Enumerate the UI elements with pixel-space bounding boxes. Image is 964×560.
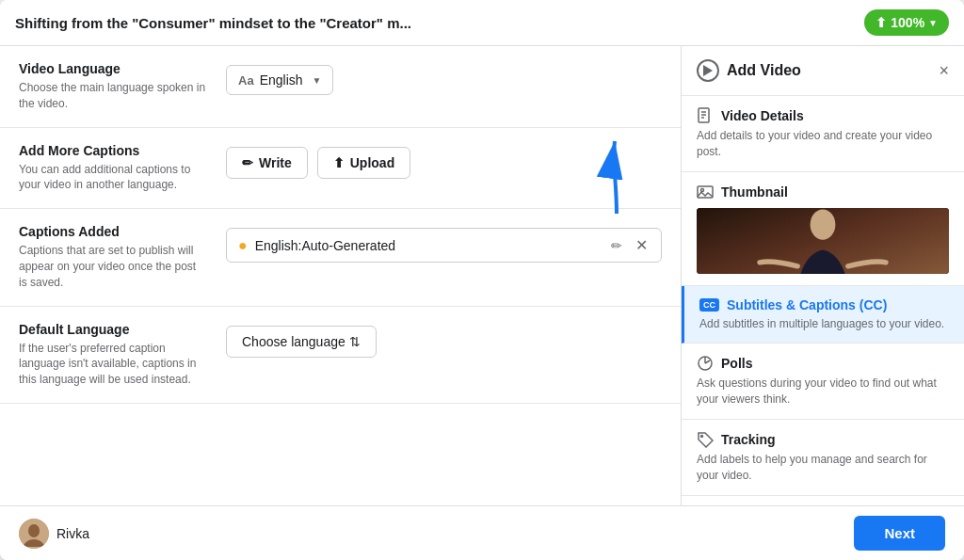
rp-subtitles-header: CC Subtitles & Captions (CC) <box>699 297 949 312</box>
rp-tracking-title: Tracking <box>721 432 776 447</box>
rp-subtitles[interactable]: CC Subtitles & Captions (CC) Add subtitl… <box>682 286 964 344</box>
bottom-bar: Rivka Next <box>0 505 964 560</box>
close-button[interactable]: × <box>939 61 949 81</box>
next-button[interactable]: Next <box>854 516 945 551</box>
svg-point-14 <box>701 435 703 437</box>
rp-tracking-header: Tracking <box>697 431 949 448</box>
rp-subtitles-desc: Add subtitles in multiple languages to y… <box>699 316 949 332</box>
captions-added-title: Captions Added <box>19 224 207 239</box>
add-captions-desc: You can add additional captions to your … <box>19 162 207 194</box>
default-language-section: Default Language If the user's preferred… <box>0 307 681 404</box>
main-content: Video Language Choose the main language … <box>0 46 964 505</box>
svg-marker-1 <box>703 65 713 76</box>
section-label-area: Default Language If the user's preferred… <box>19 322 207 388</box>
upload-icon: ⬆ <box>333 155 345 170</box>
video-language-control: Aa English ▼ <box>226 61 662 95</box>
choose-language-label: Choose language ⇅ <box>242 334 361 349</box>
rp-video-details-header: Video Details <box>697 107 949 124</box>
add-video-title: Add Video <box>727 62 801 79</box>
video-language-desc: Choose the main language spoken in the v… <box>19 80 207 112</box>
main-window: Shifting from the "Consumer" mindset to … <box>0 0 964 560</box>
upload-label: Upload <box>350 155 394 170</box>
avatar <box>19 519 49 549</box>
svg-point-10 <box>811 209 836 239</box>
rp-thumbnail[interactable]: Thumbnail <box>682 172 964 286</box>
write-button[interactable]: ✏ Write <box>226 147 308 179</box>
play-icon <box>697 59 719 82</box>
caption-label: English:Auto-Generated <box>255 238 600 253</box>
edit-icon[interactable]: ✏ <box>607 238 626 253</box>
rp-video-details-desc: Add details to your video and create you… <box>697 128 949 160</box>
right-panel: Add Video × Video Details <box>682 46 964 505</box>
upload-button[interactable]: ⬆ Upload <box>317 147 410 179</box>
right-panel-header: Add Video × <box>682 46 964 96</box>
check-icon: ● <box>238 237 248 254</box>
video-language-title: Video Language <box>19 61 207 76</box>
rp-polls-title: Polls <box>721 356 752 371</box>
write-label: Write <box>259 155 292 170</box>
captions-added-section: Captions Added Captions that are set to … <box>0 209 681 306</box>
language-value: English <box>260 72 303 88</box>
progress-label: 100% <box>891 15 924 30</box>
tag-icon <box>697 431 714 448</box>
add-captions-controls: ✏ Write ⬆ Upload <box>226 143 662 179</box>
rp-video-details[interactable]: Video Details Add details to your video … <box>682 96 964 172</box>
caption-item: ● English:Auto-Generated ✏ ✕ <box>226 228 662 263</box>
language-select[interactable]: Aa English ▼ <box>226 65 333 95</box>
choose-language-button[interactable]: Choose language ⇅ <box>226 326 377 358</box>
chevron-down-icon: ▼ <box>928 18 938 28</box>
image-icon <box>697 184 714 200</box>
left-panel: Video Language Choose the main language … <box>0 46 682 505</box>
captions-list: ● English:Auto-Generated ✏ ✕ <box>226 224 662 263</box>
rp-polls-desc: Ask questions during your video to find … <box>697 376 949 408</box>
section-label-area: Add More Captions You can add additional… <box>19 143 207 194</box>
thumbnail-preview <box>697 208 949 274</box>
rp-thumbnail-title: Thumbnail <box>721 184 788 200</box>
polls-icon <box>697 355 714 372</box>
document-icon <box>697 107 714 124</box>
right-panel-title: Add Video <box>697 59 801 82</box>
top-bar: Shifting from the "Consumer" mindset to … <box>0 0 964 46</box>
rp-thumbnail-header: Thumbnail <box>697 184 949 200</box>
section-label-area: Video Language Choose the main language … <box>19 61 207 112</box>
add-captions-title: Add More Captions <box>19 143 207 158</box>
default-language-title: Default Language <box>19 322 207 337</box>
rp-polls[interactable]: Polls Ask questions during your video to… <box>682 344 964 420</box>
cc-icon: CC <box>699 298 719 312</box>
pencil-icon: ✏ <box>242 155 253 170</box>
rp-tracking[interactable]: Tracking Add labels to help you manage a… <box>682 420 964 496</box>
rp-polls-header: Polls <box>697 355 949 372</box>
default-language-desc: If the user's preferred caption language… <box>19 341 207 388</box>
upload-icon: ⬆ <box>876 15 887 30</box>
page-title: Shifting from the "Consumer" mindset to … <box>15 15 853 31</box>
rp-tracking-desc: Add labels to help you manage and search… <box>697 452 949 484</box>
aa-icon: Aa <box>238 73 254 88</box>
chevron-down-icon: ▼ <box>313 75 322 86</box>
section-label-area: Captions Added Captions that are set to … <box>19 224 207 290</box>
rp-subtitles-title: Subtitles & Captions (CC) <box>727 297 887 312</box>
caption-buttons: ✏ Write ⬆ Upload <box>226 147 410 179</box>
captions-added-desc: Captions that are set to publish will ap… <box>19 243 207 290</box>
close-icon[interactable]: ✕ <box>634 236 650 254</box>
svg-point-16 <box>28 524 40 537</box>
add-captions-section: Add More Captions You can add additional… <box>0 128 681 210</box>
user-name: Rivka <box>56 526 89 541</box>
video-language-section: Video Language Choose the main language … <box>0 46 681 128</box>
default-language-control: Choose language ⇅ <box>226 322 662 358</box>
progress-button[interactable]: ⬆ 100% ▼ <box>864 9 949 36</box>
rp-video-details-title: Video Details <box>721 108 804 123</box>
user-info: Rivka <box>19 519 89 549</box>
